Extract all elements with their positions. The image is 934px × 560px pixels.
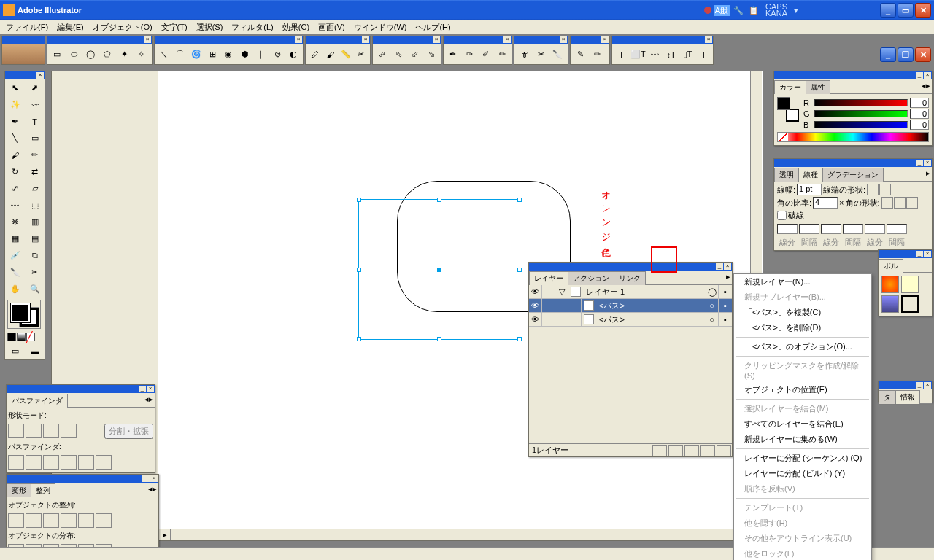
color-fill-stroke[interactable]: [777, 97, 799, 122]
layer-row[interactable]: 👁<パス>○▪: [529, 313, 732, 327]
screen-mode-full[interactable]: ▬: [25, 343, 45, 359]
tool-btn[interactable]: ⬃: [407, 47, 423, 63]
tool-btn[interactable]: ⊞: [205, 47, 220, 63]
shear-tool[interactable]: ▱: [25, 180, 45, 197]
tool-btn[interactable]: 📏: [339, 47, 353, 63]
context-menu-item[interactable]: 「<パス>」を削除(D): [734, 320, 871, 335]
tool-btn[interactable]: ✂: [354, 47, 368, 63]
miter-input[interactable]: 4: [813, 197, 838, 209]
stroke-tab[interactable]: 線種: [798, 168, 823, 182]
pencil-tool[interactable]: ✏: [25, 147, 45, 163]
gradient-tool[interactable]: ▤: [25, 230, 45, 247]
doc-restore-button[interactable]: ❐: [898, 47, 914, 62]
tool-btn[interactable]: ⬠: [99, 47, 115, 63]
tool-btn[interactable]: T: [696, 47, 711, 63]
tool-btn[interactable]: ✏: [495, 47, 511, 63]
join-round[interactable]: [894, 197, 906, 209]
mesh-tool[interactable]: ▦: [5, 230, 25, 247]
transparency-tab[interactable]: 透明: [774, 168, 799, 182]
delete-layer-btn[interactable]: [717, 445, 731, 456]
magic-wand-tool[interactable]: ✨: [5, 96, 25, 113]
gradient-tab[interactable]: グラデーション: [822, 168, 884, 182]
pf-divide[interactable]: [8, 455, 24, 470]
links-tab[interactable]: リンク: [614, 271, 646, 285]
align-bottom[interactable]: [96, 513, 112, 528]
hand-tool[interactable]: ✋: [5, 281, 25, 298]
data-panel-collapsed[interactable]: _× タ情報: [878, 381, 933, 402]
direct-selection-tool[interactable]: ⬈: [25, 79, 45, 96]
fill-stroke-swatch[interactable]: [5, 298, 45, 331]
pf-trim[interactable]: [26, 455, 42, 470]
eyedropper-tool[interactable]: 💉: [5, 247, 25, 264]
tool-btn[interactable]: ⬭: [66, 47, 82, 63]
shape-exclude[interactable]: [61, 424, 77, 438]
tool-btn[interactable]: ⊚: [270, 47, 285, 63]
tool-btn[interactable]: 🖌: [323, 47, 337, 63]
tool-btn[interactable]: ✦: [116, 47, 132, 63]
blend-tool[interactable]: ⧉: [25, 247, 45, 264]
zoom-tool[interactable]: 🔍: [25, 281, 45, 298]
transform-tab[interactable]: 変形: [7, 483, 31, 497]
menu-view[interactable]: 画面(V): [314, 20, 350, 34]
layer-row[interactable]: 👁▽レイヤー 1◯▪: [529, 285, 732, 299]
layer-row[interactable]: 👁<パス>○▪: [529, 299, 732, 313]
context-menu-item[interactable]: レイヤーに分配 (シーケンス) (Q): [734, 451, 871, 466]
shape-minus[interactable]: [26, 424, 42, 438]
align-tab[interactable]: 整列: [31, 483, 55, 497]
doc-minimize-button[interactable]: _: [880, 47, 896, 62]
panel-menu-button[interactable]: ▸: [725, 271, 732, 284]
layer-clip-btn[interactable]: [668, 445, 683, 456]
tool-btn[interactable]: ⬢: [237, 47, 252, 63]
paintbrush-tool[interactable]: 🖌: [5, 147, 25, 163]
tool-btn[interactable]: ✏: [589, 47, 605, 63]
pf-crop[interactable]: [61, 455, 77, 470]
doc-close-button[interactable]: ✕: [915, 47, 931, 62]
color-value-input[interactable]: 0: [910, 109, 929, 119]
menu-select[interactable]: 選択(S): [192, 20, 228, 34]
context-menu-item[interactable]: レイヤーに分配 (ビルド) (Y): [734, 466, 871, 481]
screen-mode-normal[interactable]: ▭: [5, 343, 25, 359]
pf-merge[interactable]: [43, 455, 59, 470]
color-slider[interactable]: [814, 121, 908, 128]
tool-btn[interactable]: 🔪: [549, 47, 566, 63]
tool-btn[interactable]: 🖊: [307, 47, 322, 63]
shape-unite[interactable]: [8, 424, 24, 438]
reflect-tool[interactable]: ⇄: [25, 163, 45, 180]
new-sublayer-btn[interactable]: [684, 445, 699, 456]
tool-btn[interactable]: ✐: [478, 47, 494, 63]
tool-btn[interactable]: ⬂: [424, 47, 440, 63]
selection-bounding-box[interactable]: [358, 199, 520, 340]
join-miter[interactable]: [881, 197, 893, 209]
context-menu-item[interactable]: すべてのレイヤーを結合(E): [734, 416, 871, 432]
context-menu-item[interactable]: 新規レイヤー(N)...: [734, 274, 871, 289]
pathfinder-tab[interactable]: パスファインダ: [7, 394, 68, 408]
align-vcenter[interactable]: [78, 513, 94, 528]
tool-btn[interactable]: 〰: [647, 47, 662, 63]
context-menu-item[interactable]: オブジェクトの位置(E): [734, 382, 871, 397]
tool-btn[interactable]: ▯T: [679, 47, 695, 63]
shape-intersect[interactable]: [43, 424, 59, 438]
tool-btn[interactable]: ✑: [462, 47, 478, 63]
align-left[interactable]: [8, 513, 24, 528]
join-bevel[interactable]: [906, 197, 918, 209]
tool-btn[interactable]: ◐: [286, 47, 301, 63]
color-spectrum[interactable]: [777, 132, 929, 142]
menu-effect[interactable]: 効果(C): [278, 20, 314, 34]
maximize-button[interactable]: ▭: [898, 3, 914, 18]
menu-help[interactable]: ヘルプ(H): [411, 20, 455, 34]
color-value-input[interactable]: 0: [910, 98, 929, 108]
stroke-width-input[interactable]: 1 pt: [797, 184, 822, 195]
layers-tab[interactable]: レイヤー: [529, 271, 568, 285]
free-transform-tool[interactable]: ⬚: [25, 197, 45, 214]
expand-button[interactable]: 分割・拡張: [104, 424, 153, 439]
context-menu-item[interactable]: 「<パス>」を複製(C): [734, 305, 871, 320]
align-hcenter[interactable]: [26, 513, 42, 528]
line-tool[interactable]: ╲: [5, 130, 25, 147]
context-menu-item[interactable]: 新規レイヤーに集める(W): [734, 432, 871, 447]
symbol-sprayer-tool[interactable]: ❋: [5, 214, 25, 230]
symbols-panel-collapsed[interactable]: _× ボル: [878, 249, 933, 316]
new-layer-btn[interactable]: [700, 445, 715, 456]
tool-btn[interactable]: ▭: [49, 47, 65, 63]
cap-round[interactable]: [879, 184, 891, 195]
tool-btn[interactable]: 🌀: [188, 47, 204, 63]
